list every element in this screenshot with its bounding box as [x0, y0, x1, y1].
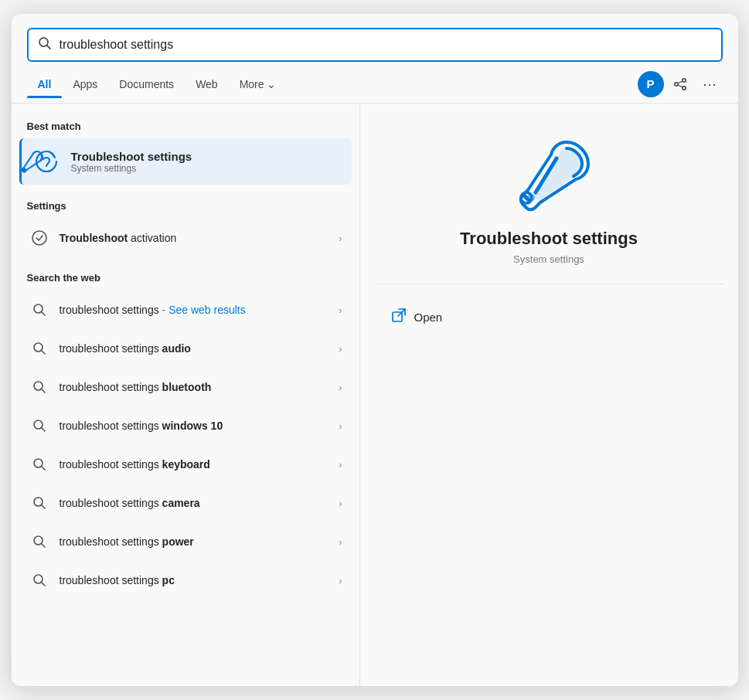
svg-line-5	[678, 81, 683, 83]
chevron-right-icon-0: ›	[339, 304, 342, 316]
more-options-icon[interactable]: ⋯	[696, 71, 723, 97]
chevron-down-icon: ⌄	[267, 78, 276, 90]
web-item-text-5: troubleshoot settings camera	[60, 497, 330, 509]
open-external-icon	[391, 308, 407, 327]
web-item-4[interactable]: troubleshoot settings keyboard ›	[19, 446, 352, 483]
web-item-text-0: troubleshoot settings - See web results	[60, 304, 330, 316]
svg-line-23	[41, 583, 45, 586]
web-item-3[interactable]: troubleshoot settings windows 10 ›	[19, 407, 352, 444]
tabs-actions: P ⋯	[638, 71, 723, 97]
web-search-icon-4	[29, 454, 50, 475]
share-icon[interactable]	[667, 71, 693, 97]
web-search-icon-1	[29, 338, 50, 359]
best-match-subtitle: System settings	[71, 163, 342, 174]
web-search-icon-5	[29, 492, 50, 514]
best-match-item[interactable]: Troubleshoot settings System settings	[19, 138, 352, 185]
web-search-icon-6	[29, 531, 50, 552]
svg-line-15	[41, 428, 45, 432]
tab-web[interactable]: Web	[185, 70, 229, 98]
tabs-bar: All Apps Documents Web More ⌄ P ⋯	[12, 65, 738, 104]
settings-item-troubleshoot-activation[interactable]: Troubleshoot activation ›	[19, 219, 352, 257]
tab-documents[interactable]: Documents	[108, 70, 185, 98]
search-panel: All Apps Documents Web More ⌄ P ⋯	[12, 14, 738, 686]
svg-line-9	[41, 312, 45, 316]
chevron-right-icon-6: ›	[339, 536, 342, 548]
web-search-icon-0	[29, 299, 50, 321]
svg-point-7	[32, 231, 46, 245]
web-search-icon-7	[29, 569, 50, 591]
web-item-text-2: troubleshoot settings bluetooth	[60, 381, 330, 393]
chevron-right-icon-7: ›	[339, 575, 342, 586]
main-content: Best match Troubleshoot settings	[12, 104, 738, 686]
web-item-1[interactable]: troubleshoot settings audio ›	[19, 330, 352, 367]
svg-line-6	[678, 85, 683, 87]
tab-all[interactable]: All	[27, 70, 63, 98]
tab-more[interactable]: More ⌄	[229, 70, 287, 98]
tab-apps[interactable]: Apps	[62, 70, 108, 98]
web-item-text-6: troubleshoot settings power	[60, 535, 330, 548]
svg-line-11	[41, 351, 45, 355]
svg-line-17	[41, 467, 45, 471]
open-button[interactable]: Open	[383, 303, 451, 331]
web-search-icon-2	[29, 376, 50, 398]
web-search-icon-3	[29, 415, 50, 437]
web-item-text-1: troubleshoot settings audio	[60, 342, 330, 355]
web-item-text-4: troubleshoot settings keyboard	[60, 458, 330, 471]
settings-label: Settings	[12, 195, 359, 218]
web-item-text-3: troubleshoot settings windows 10	[60, 420, 330, 432]
search-bar	[27, 28, 723, 62]
web-item-6[interactable]: troubleshoot settings power ›	[19, 523, 352, 560]
left-panel: Best match Troubleshoot settings	[12, 104, 359, 686]
chevron-right-icon: ›	[339, 233, 342, 244]
svg-point-2	[682, 78, 685, 81]
best-match-title: Troubleshoot settings	[71, 150, 342, 163]
settings-icon	[29, 227, 50, 249]
chevron-right-icon-1: ›	[339, 343, 342, 355]
svg-point-4	[674, 82, 677, 85]
chevron-right-icon-2: ›	[339, 382, 342, 393]
detail-subtitle: System settings	[513, 253, 584, 265]
web-item-0[interactable]: troubleshoot settings - See web results …	[19, 291, 352, 328]
svg-point-3	[682, 86, 685, 89]
open-label: Open	[414, 311, 443, 324]
avatar[interactable]: P	[638, 71, 664, 97]
search-input[interactable]	[60, 38, 712, 52]
detail-icon	[506, 127, 591, 215]
detail-title: Troubleshoot settings	[460, 229, 638, 249]
svg-line-21	[41, 544, 45, 548]
svg-line-13	[41, 389, 45, 393]
web-item-2[interactable]: troubleshoot settings bluetooth ›	[19, 369, 352, 406]
svg-line-19	[41, 505, 45, 509]
web-item-7[interactable]: troubleshoot settings pc ›	[19, 562, 352, 599]
svg-line-1	[46, 46, 50, 49]
web-search-label: Search the web	[12, 267, 359, 290]
web-item-text-7: troubleshoot settings pc	[60, 574, 330, 586]
search-icon	[38, 36, 52, 53]
detail-divider	[376, 284, 723, 284]
chevron-right-icon-4: ›	[339, 459, 342, 471]
chevron-right-icon-5: ›	[339, 498, 342, 509]
chevron-right-icon-3: ›	[339, 420, 342, 432]
best-match-text: Troubleshoot settings System settings	[71, 150, 342, 174]
best-match-item-icon	[31, 146, 62, 177]
settings-item-text: Troubleshoot activation	[60, 232, 330, 244]
right-panel: Troubleshoot settings System settings Op…	[359, 104, 738, 686]
web-item-5[interactable]: troubleshoot settings camera ›	[19, 484, 352, 522]
best-match-label: Best match	[12, 116, 359, 138]
